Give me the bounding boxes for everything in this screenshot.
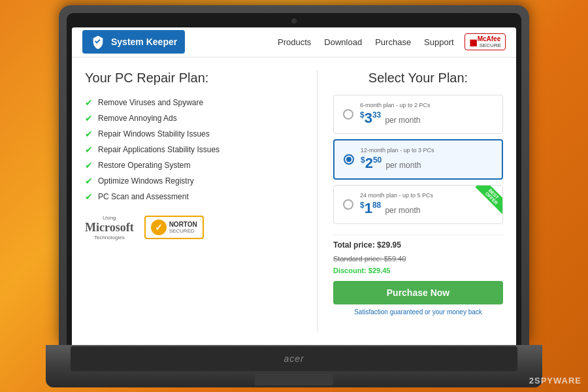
logo-icon [90, 34, 106, 50]
check-icon-1: ✔ [85, 97, 93, 108]
norton-label: NORTON [169, 221, 197, 228]
discount-row: Discount: $29.45 [333, 264, 503, 276]
microsoft-tech: Technologies [94, 235, 125, 240]
divider [317, 71, 318, 332]
plan-info-12month: 12-month plan - up to 3 PCs $250 per mon… [361, 147, 493, 172]
microsoft-using: Using [103, 215, 116, 221]
laptop-screen: System Keeper Products Download Purchase… [72, 27, 516, 345]
nav-links: Products Download Purchase Support [278, 37, 454, 47]
norton-check-icon: ✓ [151, 220, 167, 235]
feature-item: ✔ Restore Operating System [85, 160, 288, 171]
watermark: 2SPYWARE [529, 376, 581, 385]
keyboard-area: acer [71, 346, 517, 371]
plan-option-6month[interactable]: 6-month plan - up to 2 PCs $333 per mont… [333, 95, 503, 134]
plan-option-12month[interactable]: 12-month plan - up to 3 PCs $250 per mon… [333, 139, 503, 180]
nav-products[interactable]: Products [278, 37, 311, 47]
webcam-dot [291, 18, 297, 24]
satisfaction-text: Satisfaction guaranteed or your money ba… [333, 308, 503, 316]
plan-info-6month: 6-month plan - up to 2 PCs $333 per mont… [360, 102, 493, 127]
check-icon-7: ✔ [85, 191, 93, 202]
nav-purchase[interactable]: Purchase [375, 37, 411, 47]
feature-text-2: Remove Annoying Ads [98, 114, 177, 123]
microsoft-name: Microsoft [85, 221, 134, 235]
mcafee-secure-text: SECURE [480, 42, 501, 48]
feature-text-4: Repair Applications Stability Issues [98, 145, 220, 154]
standard-price-row: Standard price: $59.40 [333, 252, 503, 264]
nav-download[interactable]: Download [324, 37, 362, 47]
radio-btn-6month[interactable] [343, 109, 353, 120]
right-panel: Select Your Plan: 6-month plan - up to 2… [333, 71, 503, 332]
trackpad[interactable] [255, 374, 333, 385]
laptop-screen-outer: System Keeper Products Download Purchase… [59, 5, 529, 345]
logo-area[interactable]: System Keeper [82, 30, 185, 54]
radio-dot-12month [346, 157, 351, 162]
navbar: System Keeper Products Download Purchase… [72, 27, 516, 57]
microsoft-badge: Using Microsoft Technologies [85, 215, 134, 240]
feature-item: ✔ PC Scan and Assessment [85, 191, 288, 202]
nav-support[interactable]: Support [424, 37, 454, 47]
screen-content: System Keeper Products Download Purchase… [72, 27, 516, 345]
purchase-summary: Total price: $29.95 Standard price: $59.… [333, 235, 503, 316]
total-label: Total price: $29.95 [333, 240, 401, 250]
feature-text-3: Repair Windows Stability Issues [98, 129, 210, 139]
check-icon-3: ✔ [85, 129, 93, 139]
brand-label: acer [284, 353, 304, 364]
standard-price-text: Standard price: $59.40 [333, 255, 406, 263]
feature-list: ✔ Remove Viruses and Spyware ✔ Remove An… [85, 97, 288, 202]
check-icon-6: ✔ [85, 176, 93, 186]
feature-item: ✔ Repair Applications Stability Issues [85, 144, 288, 155]
feature-text-7: PC Scan and Assessment [98, 192, 189, 201]
check-icon-4: ✔ [85, 144, 93, 155]
plan-price-12month: $250 per month [361, 155, 493, 172]
best-offer-container: BESTOFFER [463, 186, 502, 224]
radio-btn-24month[interactable] [343, 199, 353, 210]
screen-bezel: System Keeper Products Download Purchase… [67, 13, 521, 345]
feature-item: ✔ Repair Windows Stability Issues [85, 129, 288, 139]
main-content: Your PC Repair Plan: ✔ Remove Viruses an… [72, 57, 516, 345]
discount-text: Discount: $29.45 [333, 267, 390, 274]
trust-badges: Using Microsoft Technologies ✓ NORTON SE… [85, 215, 288, 240]
purchase-now-button[interactable]: Purchase Now [333, 281, 503, 304]
mcafee-logo-text: McAfee [478, 35, 501, 42]
feature-text-6: Optimize Windows Registry [98, 176, 194, 186]
radio-btn-12month[interactable] [344, 154, 354, 165]
plan-title: Your PC Repair Plan: [85, 71, 288, 86]
plan-option-24month[interactable]: 24 month plan - up to 5 PCs $188 per mon… [333, 185, 503, 224]
feature-item: ✔ Remove Viruses and Spyware [85, 97, 288, 108]
feature-item: ✔ Optimize Windows Registry [85, 176, 288, 186]
feature-item: ✔ Remove Annoying Ads [85, 113, 288, 123]
best-offer-ribbon: BESTOFFER [476, 186, 502, 214]
laptop-base: acer [46, 345, 542, 387]
norton-badge: ✓ NORTON SECURED [144, 216, 204, 239]
logo-text: System Keeper [111, 37, 177, 47]
plan-desc-12month: 12-month plan - up to 3 PCs [361, 147, 493, 154]
check-icon-2: ✔ [85, 113, 93, 123]
plan-price-6month: $333 per month [360, 110, 493, 127]
feature-text-5: Restore Operating System [98, 161, 190, 170]
feature-text-1: Remove Viruses and Spyware [98, 98, 203, 107]
left-panel: Your PC Repair Plan: ✔ Remove Viruses an… [85, 71, 301, 332]
mcafee-badge: ◼ McAfee SECURE [465, 33, 506, 50]
norton-secured: SECURED [169, 228, 197, 234]
plan-desc-6month: 6-month plan - up to 2 PCs [360, 102, 493, 108]
check-icon-5: ✔ [85, 160, 93, 171]
total-price-row: Total price: $29.95 [333, 240, 503, 250]
select-plan-title: Select Your Plan: [333, 71, 503, 86]
